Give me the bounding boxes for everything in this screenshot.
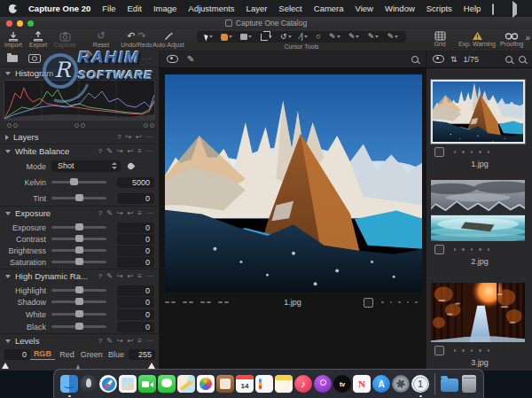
dock-contacts-icon[interactable] (216, 375, 234, 393)
more-icon[interactable]: ··· (146, 337, 153, 346)
presets-icon[interactable]: ≡ (137, 209, 142, 218)
thumbnail-3-image[interactable] (431, 283, 525, 342)
slider-thumb[interactable] (75, 298, 83, 305)
dock-news-icon[interactable]: N (353, 375, 371, 393)
proofing-button[interactable]: Proofing (497, 30, 527, 47)
grid-button[interactable]: Grid (427, 30, 452, 47)
redo-icon[interactable]: ↷ (138, 30, 146, 41)
dock-downloads-folder-icon[interactable] (441, 378, 458, 392)
brush-icon[interactable]: ✎ (106, 337, 113, 346)
layers-header[interactable]: Layers ? ↪ ↩ ··· (0, 131, 159, 143)
browser-filter-icon[interactable] (519, 56, 526, 63)
select-tool[interactable] (205, 34, 213, 41)
exposure-warning-button[interactable]: Exp. Warning (454, 30, 500, 47)
main-image[interactable] (165, 74, 422, 293)
levels-channel-blue[interactable]: Blue (104, 350, 129, 359)
thumbnail-2[interactable]: 2.jpg (431, 180, 528, 266)
menu-camera[interactable]: Camera (314, 4, 344, 13)
spot-removal-tool[interactable]: ○ (316, 33, 320, 41)
more-icon[interactable]: ··· (146, 272, 153, 281)
help-icon[interactable]: ? (98, 272, 102, 281)
highlight-slider[interactable] (51, 289, 106, 292)
hdr-header[interactable]: High Dynamic Ra... ? ✎ ↪ ↩ ≡ ··· (0, 270, 159, 282)
draw-mask-tool[interactable]: ✎ (329, 33, 340, 41)
dock-facetime-icon[interactable] (138, 375, 156, 393)
slider-thumb[interactable] (75, 258, 83, 265)
slider-thumb[interactable] (75, 246, 83, 254)
slider-thumb[interactable] (75, 235, 83, 242)
brush-icon[interactable]: ✎ (106, 272, 113, 281)
reset-button[interactable]: ↺ Reset (89, 30, 113, 48)
dock-podcasts-icon[interactable] (314, 375, 332, 393)
presets-icon[interactable]: ≡ (137, 147, 142, 156)
brightness-slider[interactable] (51, 249, 106, 252)
thumbnail-3[interactable]: 3.jpg (431, 283, 528, 367)
mid-clipping-icon[interactable] (74, 123, 85, 128)
menu-image[interactable]: Image (153, 4, 176, 13)
help-icon[interactable]: ? (98, 209, 102, 218)
apple-menu-icon[interactable] (9, 4, 17, 13)
brush-icon[interactable]: ✎ (106, 209, 113, 218)
histogram-header[interactable]: Histogram ··· (0, 67, 159, 79)
more-icon[interactable]: ··· (146, 69, 153, 78)
sort-icon[interactable]: ⇅ (450, 55, 458, 64)
contrast-slider[interactable] (51, 238, 106, 240)
menu-adjustments[interactable]: Adjustments (188, 4, 234, 13)
browser-search-icon[interactable] (505, 56, 512, 63)
clone-mask-tool[interactable]: ✎ (387, 33, 399, 41)
shadow-value[interactable]: 0 (117, 297, 154, 308)
levels-channel-red[interactable]: Red (55, 350, 80, 359)
menu-view[interactable]: View (356, 4, 373, 13)
contrast-value[interactable]: 0 (117, 234, 154, 245)
brightness-value[interactable]: 0 (117, 246, 154, 256)
white-slider[interactable] (51, 313, 106, 316)
more-icon[interactable]: ··· (146, 147, 153, 156)
notification-icon[interactable] (492, 4, 502, 13)
dock-system-preferences-icon[interactable] (392, 375, 410, 393)
thumbnail-1-image[interactable] (431, 80, 525, 144)
star-rating-dots[interactable] (450, 151, 493, 153)
saturation-slider[interactable] (51, 261, 106, 263)
kelvin-value[interactable]: 5000 (117, 177, 154, 188)
levels-max-value[interactable]: 255 (129, 349, 155, 360)
capture-button[interactable]: Capture (51, 30, 78, 48)
thumbnail-1[interactable]: 1.jpg (431, 80, 528, 168)
tint-slider[interactable] (51, 197, 106, 199)
dock-preview-icon[interactable] (119, 375, 137, 393)
black-value[interactable]: 0 (117, 322, 154, 332)
thumbnail-2-image[interactable] (431, 180, 525, 241)
star-rating-dots[interactable] (450, 349, 493, 352)
more-icon[interactable]: ··· (146, 133, 153, 142)
slider-thumb[interactable] (75, 286, 83, 293)
shadow-slider[interactable] (51, 300, 106, 303)
collapse-chevron-icon[interactable] (5, 339, 11, 343)
dock-launchpad-icon[interactable] (80, 375, 98, 393)
stepper-icon[interactable] (112, 162, 117, 169)
dock-capture-one-icon[interactable]: 1 (411, 375, 429, 393)
more-icon[interactable]: ··· (146, 209, 153, 218)
eye-icon[interactable] (433, 55, 444, 63)
help-icon[interactable]: ? (117, 133, 121, 142)
import-button[interactable]: Import (2, 30, 25, 48)
white-balance-header[interactable]: White Balance ? ✎ ↪ ↩ ≡ ··· (0, 145, 159, 157)
black-slider[interactable] (51, 325, 106, 328)
dock-apple-tv-icon[interactable]: tv (333, 375, 351, 393)
menu-help[interactable]: Help (464, 4, 481, 13)
toolbar-overflow-chevron[interactable]: » (525, 33, 530, 43)
levels-channel-green[interactable]: Green (80, 350, 105, 359)
dock-safari-icon[interactable] (99, 375, 117, 393)
reset-adjustments-icon[interactable]: ↩ (128, 337, 134, 346)
reset-adjustments-icon[interactable]: ↩ (128, 272, 134, 281)
wb-mode-select[interactable]: Shot (51, 160, 121, 172)
rotate-tool[interactable]: ↺ (280, 33, 292, 41)
library-tab-folder-icon[interactable] (7, 55, 18, 62)
viewer-zoom-icon[interactable] (411, 56, 419, 63)
reset-adjustments-icon[interactable]: ↩ (128, 209, 134, 218)
auto-adjust-button[interactable]: Auto Adjust (151, 30, 186, 48)
levels-highlight-handle[interactable] (148, 363, 155, 369)
copy-adjustments-icon[interactable]: ↪ (117, 209, 123, 218)
levels-shadow-handle[interactable] (2, 363, 9, 369)
shadow-clipping-icon[interactable] (7, 123, 18, 128)
dock-app-store-icon[interactable]: A (372, 375, 390, 393)
star-rating-dots[interactable] (450, 248, 493, 251)
